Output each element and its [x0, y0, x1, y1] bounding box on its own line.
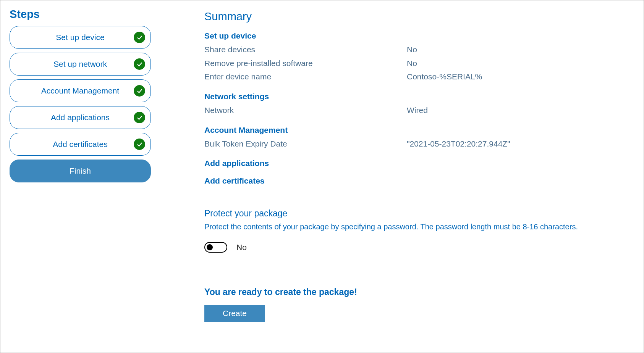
summary-title: Summary: [204, 10, 634, 23]
section-apps-title: Add applications: [204, 159, 634, 168]
toggle-knob: [207, 244, 213, 250]
section-network-title: Network settings: [204, 92, 634, 101]
summary-value: Contoso-%SERIAL%: [407, 70, 482, 84]
summary-row: Share devices No: [204, 43, 634, 56]
summary-value: Wired: [407, 103, 428, 117]
step-label: Account Management: [41, 86, 119, 95]
section-setup-device-title: Set up device: [204, 31, 634, 40]
summary-value: No: [407, 43, 417, 56]
summary-label: Share devices: [204, 43, 407, 56]
summary-label: Bulk Token Expiry Date: [204, 137, 407, 151]
protect-toggle-label: No: [236, 243, 247, 252]
section-account-title: Account Management: [204, 126, 634, 135]
step-set-up-network[interactable]: Set up network: [10, 53, 151, 76]
step-label: Set up network: [53, 60, 107, 69]
protect-title: Protect your package: [204, 208, 634, 219]
step-label: Add applications: [51, 113, 110, 122]
step-add-applications[interactable]: Add applications: [10, 106, 151, 129]
summary-label: Enter device name: [204, 70, 407, 84]
summary-label: Network: [204, 103, 407, 117]
step-add-certificates[interactable]: Add certificates: [10, 133, 151, 156]
checkmark-icon: [134, 85, 145, 97]
steps-sidebar: Steps Set up device Set up network Accou…: [10, 8, 151, 322]
step-set-up-device[interactable]: Set up device: [10, 26, 151, 49]
step-label: Set up device: [56, 33, 104, 42]
protect-toggle-row: No: [204, 242, 634, 253]
section-certs-title: Add certificates: [204, 176, 634, 185]
checkmark-icon: [134, 139, 145, 150]
summary-row: Enter device name Contoso-%SERIAL%: [204, 70, 634, 84]
ready-text: You are ready to create the package!: [204, 287, 634, 297]
checkmark-icon: [134, 32, 145, 43]
summary-value: "2021-05-23T02:20:27.944Z": [407, 137, 510, 151]
summary-value: No: [407, 56, 417, 70]
protect-description: Protect the contents of your package by …: [204, 222, 634, 231]
checkmark-icon: [134, 58, 145, 70]
sidebar-title: Steps: [10, 8, 151, 21]
create-button[interactable]: Create: [204, 305, 265, 322]
summary-row: Remove pre-installed software No: [204, 56, 634, 70]
step-finish[interactable]: Finish: [10, 160, 151, 182]
step-label: Add certificates: [53, 140, 108, 149]
step-label: Finish: [70, 166, 91, 176]
summary-panel: Summary Set up device Share devices No R…: [204, 8, 634, 322]
summary-row: Bulk Token Expiry Date "2021-05-23T02:20…: [204, 137, 634, 151]
protect-toggle[interactable]: [204, 242, 227, 253]
summary-row: Network Wired: [204, 103, 634, 117]
summary-label: Remove pre-installed software: [204, 56, 407, 70]
step-account-management[interactable]: Account Management: [10, 79, 151, 102]
checkmark-icon: [134, 112, 145, 123]
